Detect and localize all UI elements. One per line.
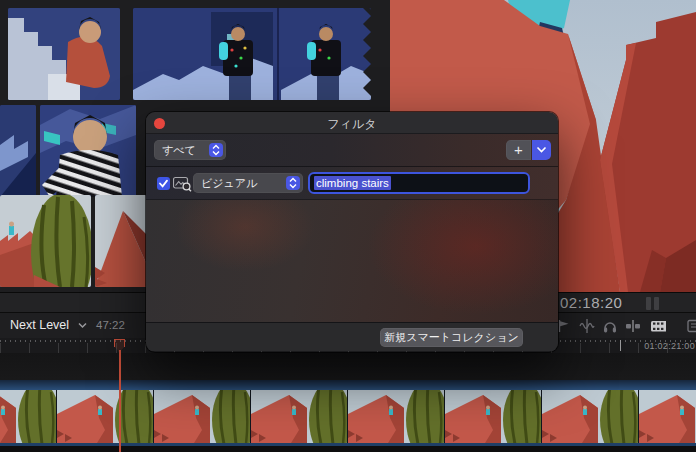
clip-thumbnail-art — [40, 105, 136, 197]
timecode-display: 02:18:20 — [560, 294, 622, 311]
final-cut-pro-window: 02:18:20 Next Level 47:22 — [0, 0, 696, 452]
browser-clip-thumbnail[interactable] — [40, 105, 136, 197]
timeline-clip[interactable] — [0, 380, 696, 446]
clip-top-bar — [0, 380, 696, 390]
filter-window: フィルタ すべて + — [146, 112, 558, 352]
clip-thumbnail-art — [95, 195, 147, 287]
playhead-line[interactable] — [119, 350, 121, 452]
scope-popup[interactable]: すべて — [154, 140, 226, 160]
add-rule-button[interactable]: + — [506, 140, 531, 160]
clip-thumbnail-art — [8, 8, 120, 100]
keyword-input[interactable]: climbing stairs — [308, 172, 530, 194]
expand-rules-button[interactable] — [532, 140, 551, 160]
project-name[interactable]: Next Level — [10, 318, 69, 332]
filter-window-body — [146, 200, 558, 322]
chevron-down-icon[interactable] — [78, 322, 87, 329]
rule-type-popup[interactable]: ビジュアル — [193, 173, 303, 193]
audio-meter-right — [654, 297, 659, 310]
browser-clip-thumbnail[interactable] — [0, 195, 91, 287]
filter-scope-row: すべて + — [146, 134, 558, 167]
timeline-lower-edge — [0, 446, 696, 452]
scope-popup-value: すべて — [162, 143, 196, 158]
keyword-selected-text: climbing stairs — [314, 176, 391, 190]
visual-search-icon — [173, 176, 192, 192]
rule-type-popup-value: ビジュアル — [201, 176, 257, 191]
clip-thumbnail-art — [0, 195, 91, 287]
browser-clip-thumbnail[interactable] — [0, 105, 36, 197]
rule-checkbox[interactable] — [157, 177, 170, 190]
check-icon — [158, 178, 169, 189]
chevron-up-down-icon — [286, 176, 300, 190]
filter-rule-row: ビジュアル climbing stairs — [146, 167, 558, 200]
snapping-icon[interactable] — [625, 318, 641, 334]
filter-window-footer: 新規スマートコレクション — [146, 322, 558, 351]
audio-meter-left — [646, 297, 651, 310]
new-smart-collection-button[interactable]: 新規スマートコレクション — [380, 328, 523, 347]
browser-clip-filmstrip[interactable] — [133, 8, 371, 100]
clip-filmstrip-art — [133, 8, 371, 100]
clip-appearance-icon[interactable] — [650, 318, 666, 334]
ruler-timecode-label: 01:02:21:00 — [644, 341, 695, 351]
chevron-up-down-icon — [209, 143, 223, 157]
project-duration: 47:22 — [96, 319, 125, 331]
browser-clip-thumbnail[interactable] — [8, 8, 120, 100]
skimming-icon[interactable] — [556, 318, 572, 334]
solo-icon[interactable] — [602, 318, 618, 334]
ruler-major-tick — [620, 340, 621, 351]
audio-skimming-icon[interactable] — [579, 318, 595, 334]
clip-thumbnail-art — [0, 105, 36, 197]
clip-filmstrip-frames — [0, 390, 696, 443]
filter-window-titlebar[interactable]: フィルタ — [146, 112, 558, 134]
browser-clip-thumbnail[interactable] — [95, 195, 147, 287]
chevron-down-icon — [536, 146, 547, 154]
filter-window-title: フィルタ — [146, 116, 558, 133]
timeline-index-icon[interactable] — [687, 318, 696, 334]
